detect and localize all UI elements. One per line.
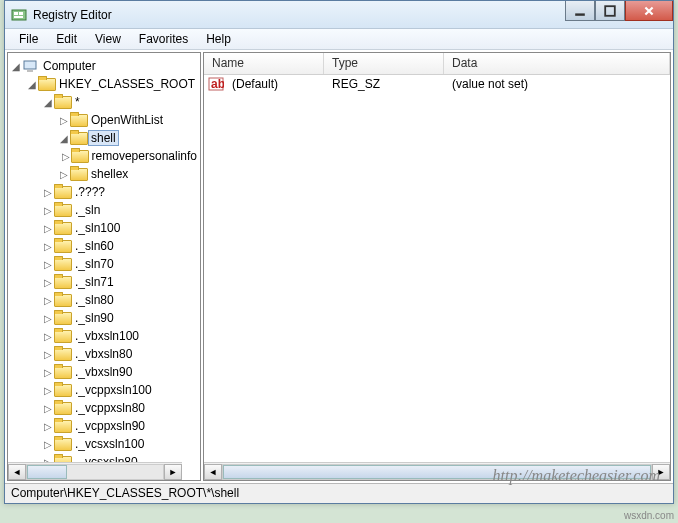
folder-icon	[54, 328, 70, 344]
tree-label: ._sln90	[72, 311, 117, 325]
expand-icon[interactable]: ▷	[42, 403, 54, 414]
tree-computer[interactable]: ◢ Computer	[10, 57, 200, 75]
expand-icon[interactable]: ▷	[42, 331, 54, 342]
expand-icon[interactable]: ▷	[42, 385, 54, 396]
tree-label: shellex	[88, 167, 131, 181]
tree-label: ._sln80	[72, 293, 117, 307]
list-horizontal-scrollbar[interactable]: ◄ ►	[204, 462, 670, 480]
tree-label: removepersonalinfo	[89, 149, 200, 163]
expand-icon[interactable]: ▷	[42, 241, 54, 252]
tree-item[interactable]: ▷ ._vcppxsln80	[10, 399, 200, 417]
expand-icon[interactable]: ▷	[42, 421, 54, 432]
expand-icon[interactable]: ▷	[58, 115, 70, 126]
value-row[interactable]: ab (Default) REG_SZ (value not set)	[204, 75, 670, 93]
svg-rect-6	[24, 61, 36, 69]
expand-icon[interactable]: ▷	[42, 259, 54, 270]
scroll-thumb[interactable]	[223, 465, 651, 479]
close-button[interactable]	[625, 1, 673, 21]
tree-item[interactable]: ▷ ._vcppxsln90	[10, 417, 200, 435]
folder-icon	[54, 436, 70, 452]
svg-text:ab: ab	[211, 77, 224, 91]
tree-item[interactable]: ▷ ._sln60	[10, 237, 200, 255]
tree-label: ._vbxsln100	[72, 329, 142, 343]
menu-view[interactable]: View	[87, 30, 129, 48]
scroll-left-icon[interactable]: ◄	[8, 464, 26, 480]
scroll-right-icon[interactable]: ►	[652, 464, 670, 480]
tree-label: ._vcppxsln90	[72, 419, 148, 433]
tree-item[interactable]: ▷ removepersonalinfo	[10, 147, 200, 165]
tree-label: *	[72, 95, 83, 109]
column-name[interactable]: Name	[204, 53, 324, 74]
tree-shell[interactable]: ◢ shell	[10, 129, 200, 147]
tree-label: ._vbxsln80	[72, 347, 135, 361]
value-name: (Default)	[224, 77, 324, 91]
expand-icon[interactable]: ▷	[61, 151, 71, 162]
tree-item[interactable]: ▷ ._sln	[10, 201, 200, 219]
tree-item[interactable]: ▷ OpenWithList	[10, 111, 200, 129]
tree-item[interactable]: ▷ ._sln70	[10, 255, 200, 273]
tree-item[interactable]: ▷ ._sln71	[10, 273, 200, 291]
svg-rect-5	[605, 6, 615, 16]
tree-label: ._sln70	[72, 257, 117, 271]
minimize-button[interactable]	[565, 1, 595, 21]
expand-icon[interactable]: ▷	[42, 439, 54, 450]
values-pane[interactable]: Name Type Data ab (Default) REG_SZ (valu…	[203, 52, 671, 481]
expand-icon[interactable]: ▷	[42, 187, 54, 198]
folder-icon	[71, 148, 87, 164]
tree-item[interactable]: ▷ ._vcppxsln100	[10, 381, 200, 399]
folder-icon	[54, 274, 70, 290]
registry-editor-window: Registry Editor File Edit View Favorites…	[4, 0, 674, 504]
tree-horizontal-scrollbar[interactable]: ◄ ►	[8, 462, 182, 480]
titlebar[interactable]: Registry Editor	[5, 1, 673, 29]
column-headers[interactable]: Name Type Data	[204, 53, 670, 75]
expand-icon[interactable]: ▷	[42, 313, 54, 324]
expand-icon[interactable]: ▷	[42, 205, 54, 216]
tree-hkey-classes-root[interactable]: ◢ HKEY_CLASSES_ROOT	[10, 75, 200, 93]
tree-item[interactable]: ▷ shellex	[10, 165, 200, 183]
expand-icon[interactable]: ◢	[10, 61, 22, 72]
tree-label: ._sln60	[72, 239, 117, 253]
statusbar: Computer\HKEY_CLASSES_ROOT\*\shell	[5, 483, 673, 503]
expand-icon[interactable]: ▷	[42, 367, 54, 378]
tree-item[interactable]: ▷ ._sln90	[10, 309, 200, 327]
scroll-right-icon[interactable]: ►	[164, 464, 182, 480]
tree-item[interactable]: ▷ ._sln100	[10, 219, 200, 237]
tree-item[interactable]: ▷ ._vbxsln90	[10, 363, 200, 381]
tree-item[interactable]: ▷ .????	[10, 183, 200, 201]
folder-icon	[54, 310, 70, 326]
expand-icon[interactable]: ▷	[42, 295, 54, 306]
tree-item[interactable]: ▷ ._sln80	[10, 291, 200, 309]
tree-label: ._vcsxsln100	[72, 437, 147, 451]
menu-help[interactable]: Help	[198, 30, 239, 48]
app-icon	[11, 7, 27, 23]
value-data: (value not set)	[444, 77, 670, 91]
maximize-button[interactable]	[595, 1, 625, 21]
expand-icon[interactable]: ▷	[42, 223, 54, 234]
folder-icon	[54, 220, 70, 236]
expand-icon[interactable]: ▷	[42, 349, 54, 360]
expand-icon[interactable]: ◢	[58, 133, 70, 144]
string-value-icon: ab	[208, 76, 224, 92]
column-data[interactable]: Data	[444, 53, 670, 74]
tree-star[interactable]: ◢ *	[10, 93, 200, 111]
folder-icon	[54, 418, 70, 434]
expand-icon[interactable]: ◢	[26, 79, 38, 90]
expand-icon[interactable]: ▷	[58, 169, 70, 180]
tree-item[interactable]: ▷ ._vcsxsln100	[10, 435, 200, 453]
scroll-thumb[interactable]	[27, 465, 67, 479]
tree-item[interactable]: ▷ ._vbxsln80	[10, 345, 200, 363]
tree-item[interactable]: ▷ ._vbxsln100	[10, 327, 200, 345]
tree-pane[interactable]: ◢ Computer ◢ HKEY_CLASSES_ROOT ◢ * ▷ Ope…	[7, 52, 201, 481]
tree-label: Computer	[40, 59, 99, 73]
folder-icon	[54, 256, 70, 272]
expand-icon[interactable]: ▷	[42, 277, 54, 288]
folder-icon	[54, 382, 70, 398]
column-type[interactable]: Type	[324, 53, 444, 74]
menu-favorites[interactable]: Favorites	[131, 30, 196, 48]
folder-icon	[70, 130, 86, 146]
scroll-left-icon[interactable]: ◄	[204, 464, 222, 480]
menu-edit[interactable]: Edit	[48, 30, 85, 48]
folder-icon	[54, 184, 70, 200]
expand-icon[interactable]: ◢	[42, 97, 54, 108]
menu-file[interactable]: File	[11, 30, 46, 48]
